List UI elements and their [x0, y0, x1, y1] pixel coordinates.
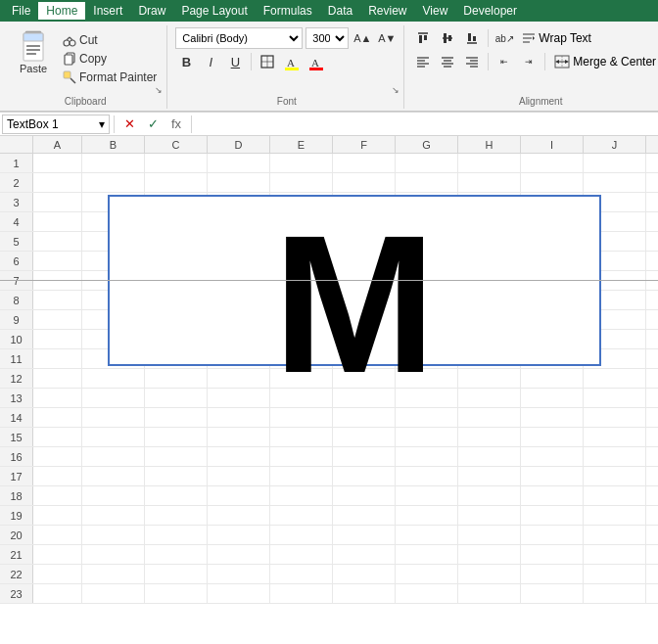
cell-A20[interactable] [33, 526, 82, 545]
cell-C15[interactable] [145, 428, 208, 447]
cell-F23[interactable] [333, 584, 396, 604]
row-header-14[interactable]: 14 [0, 408, 33, 427]
cell-D2[interactable] [208, 173, 270, 193]
cell-F16[interactable] [333, 447, 396, 467]
cell-C2[interactable] [145, 173, 208, 193]
cell-J17[interactable] [584, 467, 646, 486]
increase-font-button[interactable]: A▲ [352, 27, 373, 49]
cell-J2[interactable] [584, 173, 646, 193]
decrease-indent-button[interactable]: ⇤ [494, 51, 515, 72]
align-left-button[interactable] [412, 51, 434, 72]
row-header-15[interactable]: 15 [0, 428, 33, 446]
cell-F2[interactable] [333, 173, 396, 193]
cell-A16[interactable] [33, 447, 82, 467]
cell-B16[interactable] [82, 447, 145, 467]
cell-C18[interactable] [145, 486, 208, 506]
row-header-2[interactable]: 2 [0, 173, 33, 192]
paste-button[interactable]: Paste [10, 27, 57, 78]
cell-H1[interactable] [458, 154, 521, 173]
cell-B1[interactable] [82, 154, 145, 173]
cell-I16[interactable] [521, 447, 584, 467]
underline-button[interactable]: U [224, 51, 246, 72]
name-box[interactable]: TextBox 1 ▾ [2, 115, 110, 134]
merge-center-button[interactable]: Merge & Center ▾ [550, 53, 658, 70]
cell-D21[interactable] [208, 545, 270, 565]
cell-F20[interactable] [333, 526, 396, 545]
name-box-dropdown[interactable]: ▾ [99, 117, 105, 131]
cell-H18[interactable] [458, 486, 521, 506]
cell-F21[interactable] [333, 545, 396, 565]
row-header-23[interactable]: 23 [0, 584, 33, 603]
cell-D20[interactable] [208, 526, 270, 545]
cell-A22[interactable] [33, 565, 82, 584]
cell-A7[interactable] [33, 271, 82, 291]
formula-input[interactable] [196, 115, 656, 134]
menu-file[interactable]: File [4, 2, 38, 20]
menu-developer[interactable]: Developer [455, 2, 525, 20]
col-header-f[interactable]: F [333, 136, 396, 153]
cell-A5[interactable] [33, 232, 82, 252]
cell-A13[interactable] [33, 389, 82, 408]
cell-A12[interactable] [33, 369, 82, 389]
row-header-18[interactable]: 18 [0, 486, 33, 505]
cell-C16[interactable] [145, 447, 208, 467]
cell-H16[interactable] [458, 447, 521, 467]
row-header-20[interactable]: 20 [0, 526, 33, 544]
col-header-g[interactable]: G [396, 136, 458, 153]
align-middle-button[interactable] [437, 27, 458, 49]
cell-I19[interactable] [521, 506, 584, 526]
cell-A8[interactable] [33, 291, 82, 310]
cell-I15[interactable] [521, 428, 584, 447]
text-direction-button[interactable]: ab↗ [494, 27, 515, 49]
cell-C22[interactable] [145, 565, 208, 584]
cell-A10[interactable] [33, 330, 82, 349]
cell-B20[interactable] [82, 526, 145, 545]
cell-D22[interactable] [208, 565, 270, 584]
cell-G15[interactable] [396, 428, 458, 447]
cell-G22[interactable] [396, 565, 458, 584]
format-painter-button[interactable]: Format Painter [59, 69, 161, 86]
cell-H2[interactable] [458, 173, 521, 193]
italic-button[interactable]: I [200, 51, 221, 72]
cell-A6[interactable] [33, 252, 82, 271]
cell-J18[interactable] [584, 486, 646, 506]
cell-E19[interactable] [270, 506, 333, 526]
row-header-1[interactable]: 1 [0, 154, 33, 172]
cell-E16[interactable] [270, 447, 333, 467]
cell-F15[interactable] [333, 428, 396, 447]
cell-A1[interactable] [33, 154, 82, 173]
cell-J19[interactable] [584, 506, 646, 526]
cell-B17[interactable] [82, 467, 145, 486]
align-top-button[interactable] [412, 27, 434, 49]
cell-D23[interactable] [208, 584, 270, 604]
cell-I18[interactable] [521, 486, 584, 506]
row-header-21[interactable]: 21 [0, 545, 33, 564]
header-corner[interactable] [0, 136, 33, 153]
cell-G18[interactable] [396, 486, 458, 506]
cell-G1[interactable] [396, 154, 458, 173]
cell-E2[interactable] [270, 173, 333, 193]
cell-B21[interactable] [82, 545, 145, 565]
cell-A4[interactable] [33, 212, 82, 232]
col-header-h[interactable]: H [458, 136, 521, 153]
cell-G21[interactable] [396, 545, 458, 565]
cell-A9[interactable] [33, 310, 82, 330]
cell-B22[interactable] [82, 565, 145, 584]
cell-G2[interactable] [396, 173, 458, 193]
cell-C1[interactable] [145, 154, 208, 173]
fill-color-button[interactable]: A [281, 51, 303, 72]
align-center-button[interactable] [437, 51, 458, 72]
font-color-button[interactable]: A [306, 51, 327, 72]
menu-formulas[interactable]: Formulas [256, 2, 320, 20]
menu-data[interactable]: Data [320, 2, 360, 20]
cell-D19[interactable] [208, 506, 270, 526]
cell-F1[interactable] [333, 154, 396, 173]
col-header-c[interactable]: C [145, 136, 208, 153]
cell-E20[interactable] [270, 526, 333, 545]
row-header-9[interactable]: 9 [0, 310, 33, 329]
cell-F18[interactable] [333, 486, 396, 506]
bold-button[interactable]: B [175, 51, 197, 72]
cell-I22[interactable] [521, 565, 584, 584]
cell-D15[interactable] [208, 428, 270, 447]
cell-J16[interactable] [584, 447, 646, 467]
